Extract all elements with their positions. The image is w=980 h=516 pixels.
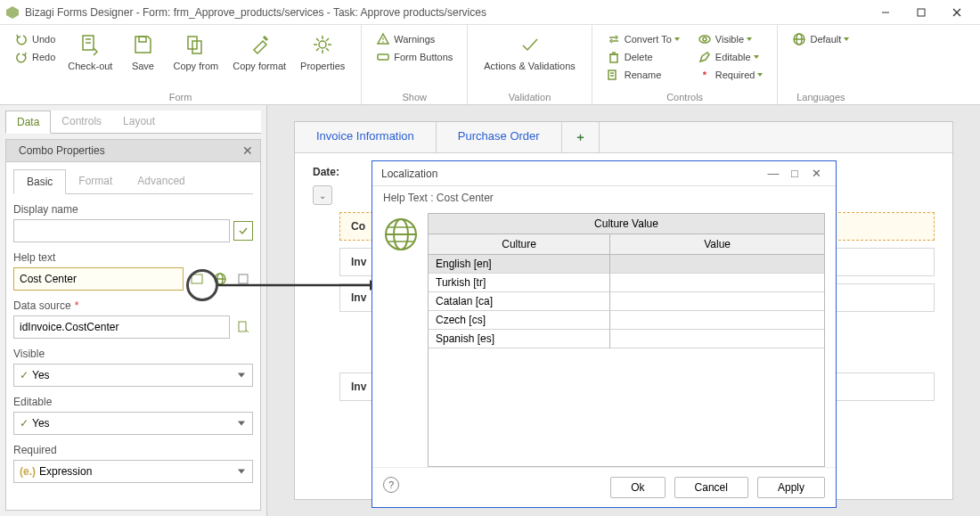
actions-validations-button[interactable]: Actions & Validations <box>477 29 583 75</box>
required-button[interactable]: *Required <box>692 66 769 84</box>
tab-controls[interactable]: Controls <box>51 111 112 133</box>
value-cell[interactable] <box>610 292 824 311</box>
help-text-localize-button[interactable] <box>210 269 230 289</box>
svg-rect-8 <box>139 37 146 42</box>
value-cell[interactable] <box>610 311 824 330</box>
display-name-label: Display name <box>13 203 253 216</box>
undo-button[interactable]: Undo <box>9 30 61 48</box>
svg-point-22 <box>382 41 384 43</box>
prop-tab-basic[interactable]: Basic <box>13 169 66 194</box>
field-visible: Visible ✓Yes <box>13 348 253 387</box>
culture-cell: Spanish [es] <box>429 330 610 348</box>
display-name-input[interactable] <box>13 219 230 242</box>
svg-rect-2 <box>918 9 925 16</box>
app-icon <box>5 5 20 20</box>
svg-line-19 <box>326 38 329 41</box>
copy-format-button[interactable]: Copy format <box>225 29 293 75</box>
value-cell[interactable] <box>610 255 824 274</box>
default-language-button[interactable]: Default <box>787 30 854 48</box>
culture-row[interactable]: Turkish [tr] <box>429 274 824 292</box>
asterisk-icon: * <box>698 68 712 82</box>
data-source-input[interactable] <box>13 315 230 339</box>
save-button[interactable]: Save <box>119 29 166 75</box>
panel-close-button[interactable]: ✕ <box>242 143 253 158</box>
side-tabs: Data Controls Layout <box>5 111 261 134</box>
prop-tab-format[interactable]: Format <box>66 169 125 193</box>
value-cell[interactable] <box>610 330 824 348</box>
dialog-help-button[interactable]: ? <box>383 477 399 493</box>
field-required: Required (e.)Expression <box>13 444 253 483</box>
window-minimize-button[interactable] <box>868 0 903 25</box>
warnings-button[interactable]: Warnings <box>371 30 458 48</box>
rename-button[interactable]: Rename <box>601 66 685 84</box>
culture-row[interactable]: Spanish [es] <box>429 330 824 348</box>
tab-data[interactable]: Data <box>5 111 51 134</box>
window-title: Bizagi Forms Designer - Form: frm_Approv… <box>25 6 486 19</box>
property-tabs: Basic Format Advanced <box>13 169 253 194</box>
dialog-subtitle: Help Text : Cost Center <box>372 186 836 213</box>
culture-cell: Czech [cs] <box>429 311 610 330</box>
visible-label: Visible <box>13 348 253 360</box>
value-cell[interactable] <box>610 274 824 292</box>
copy-from-button[interactable]: Copy from <box>166 29 225 75</box>
collapse-button[interactable]: ⌄ <box>313 185 332 205</box>
culture-cell: Turkish [tr] <box>429 274 610 292</box>
convert-to-button[interactable]: Convert To <box>601 30 685 48</box>
window-maximize-button[interactable] <box>903 0 939 25</box>
form-tab-purchase-order[interactable]: Purchase Order <box>437 122 562 152</box>
window-close-button[interactable] <box>939 0 975 25</box>
form-tab-invoice[interactable]: Invoice Information <box>295 122 437 152</box>
editable-button[interactable]: Editable <box>692 48 769 66</box>
apply-button[interactable]: Apply <box>757 477 825 498</box>
delete-button[interactable]: Delete <box>601 48 685 66</box>
culture-row[interactable]: Czech [cs] <box>429 311 824 330</box>
ribbon-group-label: Validation <box>477 92 583 104</box>
field-data-source: Data source* <box>13 299 253 339</box>
ribbon-group-label: Languages <box>787 92 854 104</box>
field-display-name: Display name <box>13 203 253 242</box>
ok-button[interactable]: Ok <box>610 477 665 498</box>
properties-panel-header: Combo Properties ✕ <box>5 139 261 162</box>
cancel-button[interactable]: Cancel <box>674 477 748 498</box>
localization-dialog: Localization — □ ✕ Help Text : Cost Cent… <box>372 160 837 508</box>
dialog-body: Culture Value Culture Value English [en]… <box>372 213 836 467</box>
window-titlebar: Bizagi Forms Designer - Form: frm_Approv… <box>0 0 980 25</box>
help-text-clear-button[interactable] <box>233 269 253 289</box>
culture-row[interactable]: English [en] <box>429 255 824 274</box>
ribbon-group-label: Form <box>9 92 352 104</box>
properties-button[interactable]: Properties <box>293 29 352 75</box>
col-culture: Culture <box>429 234 610 255</box>
dialog-close-button[interactable]: ✕ <box>805 167 827 180</box>
svg-line-17 <box>326 48 329 51</box>
help-text-expression-button[interactable] <box>187 269 207 289</box>
culture-table: Culture Value Culture Value English [en]… <box>428 213 825 467</box>
form-buttons-button[interactable]: Form Buttons <box>371 48 458 66</box>
required-dropdown[interactable]: (e.)Expression <box>13 460 253 483</box>
culture-cell: English [en] <box>429 255 610 274</box>
svg-rect-24 <box>610 54 617 62</box>
dialog-footer: ? Ok Cancel Apply <box>372 467 836 507</box>
svg-rect-27 <box>608 70 616 79</box>
prop-tab-advanced[interactable]: Advanced <box>125 169 197 193</box>
tab-layout[interactable]: Layout <box>112 111 166 133</box>
dialog-maximize-button[interactable]: □ <box>784 167 805 180</box>
properties-panel-body: Basic Format Advanced Display name Help … <box>5 162 261 511</box>
visible-dropdown[interactable]: ✓Yes <box>13 364 253 387</box>
form-tab-add[interactable]: ＋ <box>562 122 600 152</box>
svg-point-31 <box>703 37 706 41</box>
side-panel: Data Controls Layout Combo Properties ✕ … <box>0 105 267 516</box>
field-editable: Editable ✓Yes <box>13 396 253 435</box>
help-text-label: Help text <box>13 251 253 264</box>
expression-icon: (e.) <box>20 465 36 478</box>
redo-button[interactable]: Redo <box>9 48 61 66</box>
visible-button[interactable]: Visible <box>692 30 769 48</box>
dialog-minimize-button[interactable]: — <box>763 167 784 180</box>
svg-marker-0 <box>6 6 19 19</box>
editable-dropdown[interactable]: ✓Yes <box>13 412 253 435</box>
help-text-input[interactable] <box>13 267 184 291</box>
data-source-picker-button[interactable] <box>233 317 253 337</box>
checkout-button[interactable]: Check-out <box>61 29 119 75</box>
display-name-localize-button[interactable] <box>233 221 253 241</box>
dialog-title-text: Localization <box>381 168 437 180</box>
culture-row[interactable]: Catalan [ca] <box>429 292 824 311</box>
